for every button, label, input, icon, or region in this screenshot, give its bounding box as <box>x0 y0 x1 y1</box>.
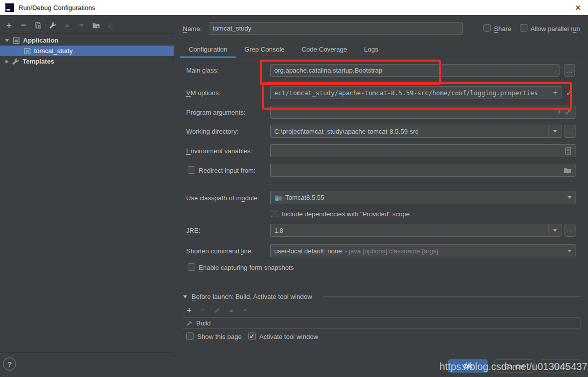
vm-options-label: VM options: <box>186 89 221 97</box>
main-class-label: Main class: <box>186 67 219 74</box>
share-label: Share <box>494 25 511 33</box>
classpath-module-combobox[interactable]: Tomcat8.5.55 <box>270 191 575 204</box>
vm-options-expand-icon[interactable] <box>566 89 573 96</box>
redirect-input-checkbox[interactable] <box>188 166 195 174</box>
name-input[interactable] <box>209 22 463 35</box>
add-icon[interactable]: + <box>5 22 13 30</box>
working-directory-combobox[interactable]: C:\project\tomcat_study\apache-tomcat-8.… <box>270 125 561 138</box>
jre-combobox[interactable]: 1.8 <box>270 224 561 237</box>
provided-scope-label: Include dependencies with "Provided" sco… <box>282 210 410 218</box>
settings-tabs: Configuration Grep Console Code Coverage… <box>180 43 387 58</box>
program-arguments-input[interactable]: + <box>270 106 575 119</box>
window-title: Run/Debug Configurations <box>19 4 95 12</box>
activate-tool-window-checkbox[interactable]: ✓ <box>248 332 256 340</box>
redirect-input-field[interactable] <box>270 164 575 177</box>
shorten-command-line-value: user-local default: none <box>274 247 342 255</box>
provided-scope-checkbox[interactable] <box>271 210 278 217</box>
redirect-input-label: Redirect input from: <box>199 167 255 174</box>
program-arguments-label: Program arguments: <box>186 109 246 116</box>
chevron-down-icon <box>553 130 557 133</box>
tab-configuration[interactable]: Configuration <box>180 43 236 58</box>
tab-code-coverage[interactable]: Code Coverage <box>293 43 356 58</box>
before-launch-list: Build <box>183 317 580 329</box>
application-icon <box>23 47 31 55</box>
macro-plus-icon[interactable]: + <box>553 89 557 96</box>
module-icon <box>274 194 282 202</box>
vm-options-value: ect/tomcat_study/apache-tomcat-8.5.59-sr… <box>274 89 550 97</box>
name-label: Name: <box>183 25 202 33</box>
chevron-down-icon[interactable] <box>5 39 9 42</box>
environment-variables-input[interactable] <box>270 144 575 157</box>
tabs-separator <box>180 57 581 57</box>
templates-wrench-icon <box>12 58 20 66</box>
copy-icon[interactable] <box>34 22 42 30</box>
activate-tool-window-label: Activate tool window <box>259 333 318 340</box>
add-icon[interactable]: + <box>185 306 193 314</box>
working-directory-dropdown-button[interactable] <box>548 125 561 137</box>
main-class-input[interactable] <box>270 64 559 77</box>
share-checkbox[interactable] <box>483 24 491 32</box>
run-debug-configurations-dialog: Run/Debug Configurations × + − az Applic… <box>0 0 588 377</box>
check-icon: ✓ <box>249 333 254 340</box>
folder-icon[interactable] <box>563 167 571 174</box>
apply-button: Apply <box>541 359 581 372</box>
before-launch-collapse-icon[interactable] <box>183 295 187 298</box>
tree-group-application[interactable]: Application <box>0 35 174 46</box>
remove-icon: − <box>199 306 207 314</box>
working-directory-label: Working directory: <box>186 128 239 135</box>
move-up-icon <box>227 306 235 314</box>
jre-label: JRE: <box>186 227 200 234</box>
tree-group-label: Application <box>23 37 59 44</box>
chevron-down-icon[interactable] <box>567 196 571 199</box>
build-hammer-icon <box>186 319 193 327</box>
tree-item-tomcat-study[interactable]: tomcat_study <box>0 46 174 56</box>
move-down-icon <box>241 306 249 314</box>
before-launch-separator <box>323 296 580 297</box>
intellij-logo-icon <box>5 3 14 12</box>
tree-group-templates[interactable]: Templates <box>0 56 174 67</box>
form-snapshots-checkbox[interactable] <box>188 263 195 271</box>
vm-options-input[interactable]: ect/tomcat_study/apache-tomcat-8.5.59-sr… <box>270 86 561 99</box>
tree-templates-label: Templates <box>23 58 54 65</box>
configurations-tree: Application tomcat_study Templates <box>0 34 174 353</box>
main-class-browse-button[interactable]: ... <box>564 64 575 77</box>
tab-logs[interactable]: Logs <box>356 43 387 58</box>
edit-pencil-icon <box>213 306 221 314</box>
before-launch-item-label[interactable]: Build <box>196 319 211 327</box>
help-button[interactable]: ? <box>3 357 16 370</box>
move-up-icon <box>63 22 71 30</box>
environment-variables-label: Environment variables: <box>186 147 252 155</box>
classpath-module-value: Tomcat8.5.55 <box>285 194 324 201</box>
chevron-right-icon[interactable] <box>6 60 9 64</box>
allow-parallel-run-label: Allow parallel run <box>530 25 580 33</box>
move-down-icon <box>78 22 86 30</box>
show-this-page-label: Show this page <box>197 333 242 340</box>
shorten-command-line-combobox[interactable]: user-local default: none - java [options… <box>270 244 575 257</box>
form-snapshots-label: Enable capturing form snapshots <box>199 264 294 271</box>
tree-item-label: tomcat_study <box>34 47 73 55</box>
remove-icon[interactable]: − <box>20 22 28 30</box>
env-vars-list-icon[interactable] <box>565 147 571 155</box>
jre-browse-button[interactable]: ... <box>564 224 575 237</box>
working-directory-browse-button[interactable]: ... <box>564 125 575 138</box>
title-bar: Run/Debug Configurations × <box>0 0 588 15</box>
macro-plus-icon[interactable]: + <box>557 109 561 116</box>
before-launch-header: Before launch: Build, Activate tool wind… <box>192 293 312 300</box>
chevron-down-icon[interactable] <box>567 250 571 252</box>
edit-defaults-wrench-icon[interactable] <box>49 22 57 30</box>
program-arguments-expand-icon[interactable] <box>564 109 571 116</box>
svg-text:z: z <box>111 26 113 30</box>
application-icon <box>12 37 20 45</box>
tab-grep-console[interactable]: Grep Console <box>236 43 293 58</box>
shorten-command-line-hint: - java [options] classname [args] <box>345 247 438 255</box>
ok-button[interactable]: OK <box>448 359 487 372</box>
cancel-button[interactable]: Cancel <box>494 359 534 372</box>
before-launch-toolbar: + − <box>185 306 249 314</box>
allow-parallel-run-checkbox[interactable] <box>520 24 527 32</box>
shorten-command-line-label: Shorten command line: <box>186 247 253 255</box>
show-this-page-checkbox[interactable] <box>186 332 194 340</box>
new-folder-icon[interactable] <box>92 22 100 30</box>
jre-dropdown-button[interactable] <box>548 224 561 236</box>
classpath-module-label: Use classpath of module: <box>186 194 259 202</box>
close-icon[interactable]: × <box>573 3 583 13</box>
